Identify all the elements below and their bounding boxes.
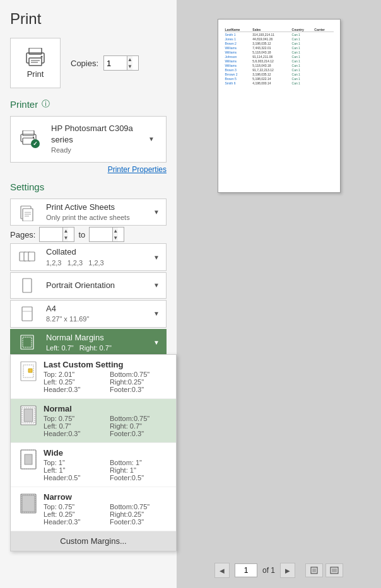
page-number-input[interactable]: [237, 566, 255, 575]
setting-normal-margins[interactable]: Normal Margins Left: 0.7" Right: 0.7" ▼: [10, 329, 167, 357]
table-row: Williams5,118,043.18Can 1: [225, 63, 334, 67]
margins-icon: [11, 330, 44, 355]
pages-row: Pages: ▲ ▼ to ▲ ▼: [10, 227, 167, 242]
pages-from-input[interactable]: [40, 228, 62, 241]
preview-content: LastName Sales Country Carrier Smith 131…: [225, 27, 334, 185]
table-row: Smith 64,198,000.14Can 1: [225, 81, 334, 85]
view-buttons: [305, 563, 343, 577]
setting-print-active-sheets[interactable]: Print Active Sheets Only print the activ…: [10, 199, 167, 226]
collated-text: Collated 1,2,3 1,2,3 1,2,3: [44, 244, 147, 270]
info-icon[interactable]: ⓘ: [42, 98, 50, 110]
wide-margins-detail: Top: 1" Bottom: 1" Left: 1" Right: 1" He…: [44, 459, 171, 481]
settings-section: Settings Print Active Sheets Only print …: [10, 182, 167, 356]
dropdown-item-normal[interactable]: Normal Top: 0.75" Bottom:0.75" Left: 0.7…: [11, 399, 176, 443]
pages-to-input[interactable]: [90, 228, 112, 241]
copies-input[interactable]: [104, 56, 127, 70]
full-page-button[interactable]: [325, 563, 343, 577]
svg-rect-7: [23, 130, 34, 135]
printer-properties-link[interactable]: Printer Properties: [10, 165, 167, 174]
last-custom-icon: [16, 360, 44, 383]
copies-spin-down[interactable]: ▼: [127, 63, 132, 70]
w-right: Right: 1": [110, 466, 171, 474]
dropdown-item-wide[interactable]: Wide Top: 1" Bottom: 1" Left: 1" Right: …: [11, 443, 176, 487]
svg-rect-38: [332, 568, 337, 572]
printer-row[interactable]: ✓ HP Photosmart C309a series Ready ▼: [10, 116, 167, 163]
margins-sub: Left: 0.7" Right: 0.7": [46, 343, 144, 353]
pages-to-spin-down[interactable]: ▼: [113, 234, 118, 241]
full-page-icon: [330, 566, 339, 575]
narrow-margins-detail: Top: 0.75" Bottom:0.75" Left: 0.25" Righ…: [44, 503, 171, 526]
col-lastname: LastName: [225, 27, 252, 32]
paper-size-main: A4: [46, 303, 144, 314]
page-input-wrap: [235, 563, 257, 577]
normal-margins-svg: [18, 404, 41, 427]
margins-main: Normal Margins: [46, 332, 144, 343]
pages-label: Pages:: [10, 230, 35, 239]
pages-from-spin-down[interactable]: ▼: [63, 234, 68, 241]
table-row: Brrown 23,198,035.12Can 1: [225, 72, 334, 76]
nm-footer: Footer:0.3": [110, 430, 171, 437]
n-bottom: Bottom:0.75": [110, 503, 171, 510]
last-custom-name: Last Custom Setting: [44, 360, 171, 369]
svg-rect-27: [24, 409, 33, 422]
n-footer: Footer:0.3": [110, 518, 171, 526]
left-panel: Print Print Copies: ▲ ▼: [0, 0, 177, 588]
sheets-svg: [18, 204, 36, 221]
pages-to-wrap: ▲ ▼: [89, 227, 124, 242]
print-button-area: Print Copies: ▲ ▼: [10, 38, 167, 88]
printer-icon-wrap: ✓: [20, 130, 40, 148]
normal-margins-content: Normal Top: 0.75" Bottom:0.75" Left: 0.7…: [44, 404, 171, 437]
portrait-arrow: ▼: [147, 282, 166, 289]
preview-table: LastName Sales Country Carrier Smith 131…: [225, 27, 334, 85]
paper-size-icon: [11, 301, 44, 326]
next-page-button[interactable]: ▶: [280, 563, 295, 578]
table-row: Brown 23,198,035.12Can 1: [225, 41, 334, 45]
setting-paper-size[interactable]: A4 8.27" x 11.69" ▼: [10, 300, 167, 328]
svg-rect-2: [29, 58, 42, 66]
paper-size-svg: [18, 305, 36, 323]
n-top: Top: 0.75": [44, 503, 105, 510]
paper-size-arrow: ▼: [147, 310, 166, 317]
printer-section: Printer ⓘ ✓ HP Photosmart C309a series R…: [10, 98, 167, 174]
svg-rect-33: [22, 495, 35, 512]
table-row: Brown 391,7,22,213.12Can 1: [225, 67, 334, 72]
nm-bottom: Bottom:0.75": [110, 415, 171, 422]
pages-to-label: to: [78, 230, 85, 239]
w-left: Left: 1": [44, 466, 105, 474]
setting-portrait[interactable]: Portrait Orientation ▼: [10, 272, 167, 299]
print-button[interactable]: Print: [10, 38, 61, 88]
print-active-sheets-arrow: ▼: [147, 209, 166, 216]
printer-status: Ready: [51, 146, 139, 155]
table-row: Williams5,118,043.18Can 1: [225, 50, 334, 54]
copies-spin-up[interactable]: ▲: [127, 56, 132, 63]
margins-svg: [18, 333, 36, 351]
margins-dropdown: Last Custom Setting Top: 2.01" Bottom:0.…: [10, 354, 177, 551]
lc-right: Right:0.25": [110, 378, 171, 386]
page-title: Print: [10, 10, 167, 28]
pages-from-spin-up[interactable]: ▲: [63, 228, 68, 234]
normal-margins-detail: Top: 0.75" Bottom:0.75" Left: 0.7" Right…: [44, 415, 171, 437]
paper-size-sub: 8.27" x 11.69": [46, 314, 144, 324]
dropdown-item-narrow[interactable]: Narrow Top: 0.75" Bottom:0.75" Left: 0.2…: [11, 487, 176, 531]
collated-svg: [18, 248, 36, 266]
custom-margins-button[interactable]: Custom Margins...: [11, 531, 176, 551]
wide-margins-name: Wide: [44, 448, 171, 458]
fit-page-button[interactable]: [305, 563, 323, 577]
w-top: Top: 1": [44, 459, 105, 466]
svg-rect-17: [28, 252, 35, 261]
nm-top: Top: 0.75": [44, 415, 105, 422]
svg-rect-18: [23, 279, 32, 292]
collated-sub: 1,2,3 1,2,3 1,2,3: [46, 258, 144, 268]
dropdown-item-last-custom[interactable]: Last Custom Setting Top: 2.01" Bottom:0.…: [11, 355, 176, 399]
printer-arrow: ▼: [142, 135, 161, 142]
n-left: Left: 0.25": [44, 510, 105, 518]
setting-collated[interactable]: Collated 1,2,3 1,2,3 1,2,3 ▼: [10, 243, 167, 271]
printer-name: HP Photosmart C309a series: [51, 123, 139, 146]
table-row: Johnson91,114,211.06Can 1: [225, 54, 334, 59]
portrait-icon: [11, 273, 44, 298]
table-row: Williams7,443,322.01Can 1: [225, 45, 334, 50]
pages-to-spin-up[interactable]: ▲: [113, 228, 118, 234]
narrow-margins-svg: [18, 492, 41, 515]
printer-section-title: Printer ⓘ: [10, 98, 167, 110]
prev-page-button[interactable]: ◀: [214, 563, 230, 578]
